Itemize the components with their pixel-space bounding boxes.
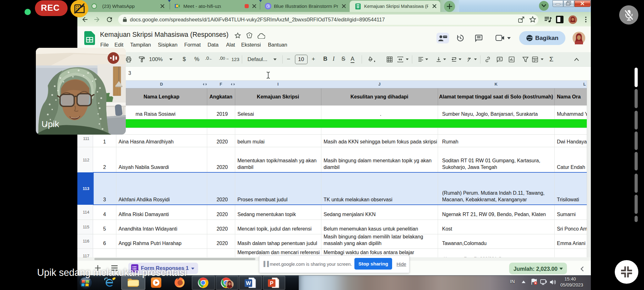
svg-text:W: W <box>246 280 251 286</box>
svg-text:Upik: Upik <box>42 119 59 129</box>
svg-text:P: P <box>270 280 273 286</box>
svg-text:A: A <box>468 57 470 60</box>
